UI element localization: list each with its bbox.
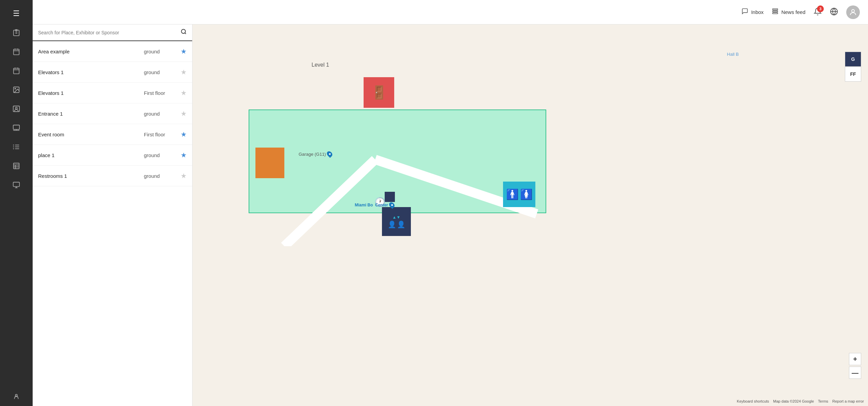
main-content: Inbox News feed 3 A — [33, 0, 868, 406]
level-label: Level 1 — [312, 62, 329, 68]
svg-point-24 — [13, 147, 14, 148]
clipboard-icon[interactable] — [8, 24, 24, 41]
item-name: Restrooms 1 — [38, 173, 144, 179]
keyboard-shortcuts[interactable]: Keyboard shortcuts — [737, 399, 769, 403]
inbox-button[interactable]: Inbox — [741, 8, 764, 16]
elevator-person-1: 👤 — [388, 220, 396, 229]
icon-sidebar: ☰ — [0, 0, 33, 406]
star-icon[interactable]: ★ — [181, 68, 187, 76]
restroom-icon-male: 🚹 — [506, 188, 519, 200]
svg-rect-37 — [773, 11, 778, 12]
svg-point-41 — [852, 10, 854, 12]
newsfeed-icon — [772, 8, 779, 16]
item-floor: First floor — [144, 132, 178, 137]
small-dark-square — [385, 192, 395, 202]
report-link[interactable]: Report a map error — [832, 399, 864, 403]
search-bar — [33, 24, 192, 41]
garage-text: Garage (G11) — [299, 152, 326, 157]
svg-point-42 — [181, 29, 185, 33]
svg-point-25 — [13, 148, 14, 149]
item-name: Elevators 1 — [38, 90, 144, 96]
table-icon[interactable] — [8, 158, 24, 174]
restroom-block: 🚹 🚺 — [503, 182, 535, 207]
map-controls: + — — [849, 353, 861, 379]
svg-rect-8 — [14, 68, 19, 74]
svg-rect-17 — [13, 125, 19, 130]
terms-link[interactable]: Terms — [818, 399, 828, 403]
newsfeed-label: News feed — [781, 9, 805, 15]
elevator-block: ▲▼ 👤 👤 — [382, 207, 411, 236]
list-item[interactable]: Elevators 1First floor★ — [33, 83, 192, 103]
zoom-in-button[interactable]: + — [849, 353, 861, 365]
svg-line-43 — [185, 33, 186, 34]
star-icon[interactable]: ★ — [181, 130, 187, 138]
garage-label: Garage (G11) — [299, 151, 332, 157]
calendar-icon[interactable] — [8, 44, 24, 60]
orange-block — [255, 148, 284, 178]
elevator-arrows: ▲▼ — [393, 215, 401, 220]
star-icon[interactable]: ★ — [181, 172, 187, 180]
list-item[interactable]: Restrooms 1ground★ — [33, 166, 192, 186]
bot-icon[interactable] — [8, 388, 24, 405]
floor-g-button[interactable]: G — [845, 52, 861, 67]
list-icon[interactable] — [8, 139, 24, 155]
svg-rect-4 — [14, 49, 19, 55]
search-input[interactable] — [38, 30, 178, 35]
map-area: Hall B Level 1 Miami InternationalAuto S… — [193, 24, 868, 406]
miami-bc-label: Miami Bo Center — [355, 203, 388, 207]
list-item[interactable]: Area exampleground★ — [33, 41, 192, 62]
zoom-out-button[interactable]: — — [849, 367, 861, 379]
item-name: Event room — [38, 132, 144, 137]
monitor-icon[interactable] — [8, 177, 24, 193]
floor-container: 🚪 Garage (G11) — [249, 77, 546, 205]
svg-rect-36 — [773, 9, 778, 10]
notification-badge: 3 — [817, 5, 824, 12]
floor-ff-button[interactable]: FF — [845, 67, 861, 82]
user-avatar[interactable] — [846, 5, 860, 19]
map-data-label: Map data ©2024 Google — [773, 399, 814, 403]
hamburger-icon[interactable]: ☰ — [8, 5, 24, 22]
svg-point-23 — [13, 145, 14, 146]
globe-button[interactable] — [830, 7, 838, 17]
newsfeed-button[interactable]: News feed — [772, 8, 805, 16]
item-name: Elevators 1 — [38, 69, 144, 75]
event-icon[interactable] — [8, 63, 24, 79]
inbox-label: Inbox — [751, 9, 764, 15]
item-name: Entrance 1 — [38, 111, 144, 117]
list-item[interactable]: Entrance 1ground★ — [33, 103, 192, 124]
image-icon[interactable] — [8, 82, 24, 98]
badge-icon[interactable] — [8, 101, 24, 117]
item-floor: ground — [144, 111, 178, 117]
item-name: place 1 — [38, 152, 144, 158]
star-icon[interactable]: ★ — [181, 47, 187, 55]
door-icon: 🚪 — [371, 85, 387, 100]
garage-pin — [326, 150, 334, 158]
body-area: Area exampleground★Elevators 1ground★Ele… — [33, 24, 868, 406]
list-items-container: Area exampleground★Elevators 1ground★Ele… — [33, 41, 192, 186]
list-item[interactable]: place 1ground★ — [33, 145, 192, 166]
miami-bc-pin: Miami Bo Center — [355, 202, 394, 208]
item-floor: ground — [144, 49, 178, 54]
notification-button[interactable]: 3 — [814, 7, 822, 17]
star-icon[interactable]: ★ — [181, 109, 187, 118]
left-panel: Area exampleground★Elevators 1ground★Ele… — [33, 24, 193, 406]
restroom-icon-female: 🚺 — [520, 188, 533, 200]
star-icon[interactable]: ★ — [181, 89, 187, 97]
svg-point-33 — [15, 394, 17, 396]
item-floor: ground — [144, 69, 178, 75]
svg-rect-30 — [13, 182, 19, 187]
screen-icon[interactable] — [8, 120, 24, 136]
svg-point-16 — [15, 107, 17, 109]
list-item[interactable]: Event roomFirst floor★ — [33, 124, 192, 145]
elevator-person-2: 👤 — [397, 220, 405, 229]
svg-point-14 — [15, 88, 16, 89]
item-floor: ground — [144, 173, 178, 179]
map-footer: Keyboard shortcuts Map data ©2024 Google… — [737, 399, 864, 403]
green-floor: Garage (G11) 🕐 ▲▼ 👤 👤 — [249, 109, 546, 213]
svg-rect-26 — [14, 163, 19, 169]
list-item[interactable]: Elevators 1ground★ — [33, 62, 192, 83]
search-icon[interactable] — [181, 29, 187, 36]
header: Inbox News feed 3 — [33, 0, 868, 24]
floor-buttons: G FF — [845, 52, 861, 82]
star-icon[interactable]: ★ — [181, 151, 187, 159]
